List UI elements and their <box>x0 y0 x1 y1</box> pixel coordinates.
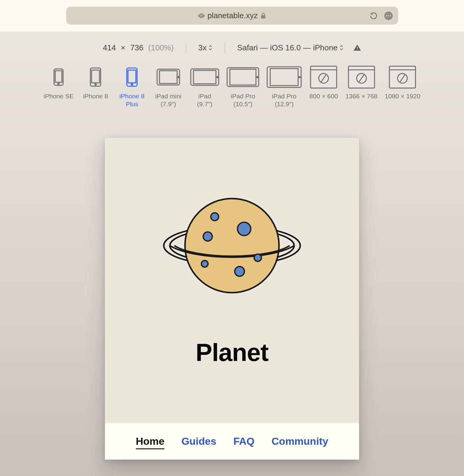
device-preset[interactable]: iPad Pro (10.5") <box>227 65 259 108</box>
device-label: 1080 × 1920 <box>385 92 420 100</box>
browser-icon <box>348 65 375 89</box>
svg-rect-19 <box>157 69 180 85</box>
device-preset[interactable]: 800 × 600 <box>309 65 338 100</box>
zoom-level: (100%) <box>148 43 174 53</box>
viewport-container: Planet HomeGuidesFAQCommunity <box>105 138 359 460</box>
svg-point-2 <box>200 14 201 15</box>
browser-icon <box>310 65 337 89</box>
svg-point-18 <box>131 84 133 85</box>
svg-point-30 <box>299 76 300 78</box>
more-icon[interactable] <box>384 12 393 20</box>
phone-icon <box>90 65 101 89</box>
browser-toolbar: planetable.xyz <box>0 0 464 32</box>
device-preset[interactable]: 1080 × 1920 <box>385 65 420 100</box>
reload-icon[interactable] <box>370 12 378 20</box>
rdm-top-controls: 414 × 736 (100%) 3x Safari — iOS 16.0 — … <box>0 32 464 64</box>
tablet-landscape-icon <box>227 65 259 89</box>
device-preset[interactable]: iPhone SE <box>44 65 74 100</box>
tablet-landscape-small-icon <box>190 65 219 89</box>
planet-illustration-icon <box>161 192 303 296</box>
svg-point-0 <box>199 14 203 18</box>
svg-rect-9 <box>357 49 358 50</box>
svg-rect-20 <box>160 71 177 83</box>
svg-point-48 <box>185 199 279 293</box>
svg-rect-25 <box>227 68 259 87</box>
resize-handle-left[interactable] <box>96 350 99 378</box>
svg-point-3 <box>201 15 202 16</box>
svg-rect-4 <box>261 15 265 19</box>
svg-rect-28 <box>267 67 301 87</box>
device-label: iPhone 8 <box>83 92 108 100</box>
svg-point-6 <box>388 15 389 16</box>
resize-handle-right[interactable] <box>365 350 368 378</box>
device-label: iPad mini (7.9") <box>155 92 181 108</box>
warning-icon[interactable] <box>353 44 361 51</box>
device-label: iPad (9.7") <box>197 92 213 108</box>
svg-point-7 <box>390 15 391 16</box>
pixel-ratio-label: 3x <box>198 43 207 53</box>
user-agent-select[interactable]: Safari — iOS 16.0 — iPhone <box>237 43 344 53</box>
device-preset[interactable]: iPhone 8 <box>81 65 110 100</box>
device-preset[interactable]: 1366 × 768 <box>345 65 378 100</box>
svg-rect-14 <box>92 70 99 83</box>
lock-icon <box>260 12 266 19</box>
svg-rect-22 <box>191 69 219 85</box>
svg-point-24 <box>217 76 218 78</box>
user-agent-label: Safari — iOS 16.0 — iPhone <box>237 43 338 53</box>
viewport-dimensions[interactable]: 414 × 736 (100%) <box>103 43 174 53</box>
device-preset[interactable]: iPad (9.7") <box>190 65 219 108</box>
dimension-separator: × <box>121 43 125 53</box>
device-label: iPad Pro (10.5") <box>231 92 255 108</box>
chevron-updown-icon <box>208 45 213 51</box>
device-preset[interactable]: iPad Pro (12.9") <box>267 65 302 108</box>
simulated-viewport: Planet HomeGuidesFAQCommunity <box>105 138 359 460</box>
device-label: iPhone SE <box>44 92 74 100</box>
device-preset[interactable]: iPad mini (7.9") <box>154 65 183 108</box>
page-nav: HomeGuidesFAQCommunity <box>105 423 359 460</box>
svg-point-49 <box>211 213 219 221</box>
svg-point-52 <box>201 260 208 267</box>
svg-rect-23 <box>193 70 216 84</box>
device-label: 1366 × 768 <box>345 92 378 100</box>
svg-rect-17 <box>128 70 136 83</box>
svg-rect-8 <box>357 47 358 49</box>
svg-rect-11 <box>55 71 62 82</box>
phone-small-icon <box>53 65 64 89</box>
device-preset-row: iPhone SEiPhone 8iPhone 8 PlusiPad mini … <box>0 64 464 114</box>
viewport-width: 414 <box>103 43 116 53</box>
svg-rect-26 <box>230 69 256 85</box>
svg-point-21 <box>178 76 179 78</box>
device-preset[interactable]: iPhone 8 Plus <box>117 65 146 108</box>
browser-icon <box>389 65 416 89</box>
divider <box>225 42 225 53</box>
divider <box>186 42 186 53</box>
nav-item-faq[interactable]: FAQ <box>233 435 254 449</box>
svg-point-51 <box>203 232 212 241</box>
url-text: planetable.xyz <box>207 11 258 20</box>
device-label: iPhone 8 Plus <box>119 92 145 108</box>
svg-point-27 <box>257 76 258 78</box>
device-label: iPad Pro (12.9") <box>272 92 297 108</box>
svg-point-5 <box>386 15 387 16</box>
tablet-portrait-small-icon <box>156 65 180 89</box>
nav-item-home[interactable]: Home <box>136 435 164 449</box>
page-hero: Planet <box>105 138 359 423</box>
url-field[interactable]: planetable.xyz <box>66 7 398 25</box>
nav-item-guides[interactable]: Guides <box>181 435 216 449</box>
page-title: Planet <box>196 338 268 367</box>
phone-icon <box>126 65 138 89</box>
responsive-design-canvas: 414 × 736 (100%) 3x Safari — iOS 16.0 — … <box>0 32 464 476</box>
svg-point-12 <box>58 83 59 85</box>
svg-point-53 <box>235 267 244 276</box>
svg-point-54 <box>254 254 261 261</box>
svg-rect-29 <box>270 69 298 86</box>
nav-item-community[interactable]: Community <box>271 435 328 449</box>
svg-point-50 <box>237 222 251 236</box>
tablet-landscape-large-icon <box>267 65 302 89</box>
pixel-ratio-select[interactable]: 3x <box>198 43 213 53</box>
viewport-height: 736 <box>130 43 143 53</box>
favicon-icon <box>198 12 205 19</box>
svg-point-15 <box>95 84 96 85</box>
chevron-updown-icon <box>339 45 344 51</box>
device-label: 800 × 600 <box>309 92 338 100</box>
